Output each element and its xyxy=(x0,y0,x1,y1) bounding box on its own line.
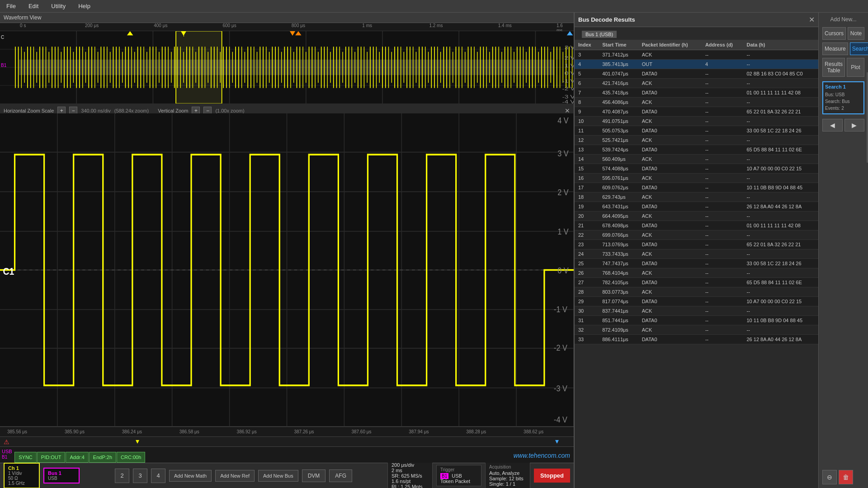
cell-addr: -- xyxy=(702,174,743,183)
table-row[interactable]: 15 574.4088μs DATA0 -- 10 A7 00 00 00 C0… xyxy=(575,164,818,174)
table-row[interactable]: 9 470.4087μs DATA0 -- 65 22 01 8A 32 26 … xyxy=(575,107,818,117)
cell-pid: ACK xyxy=(638,136,702,145)
afg-button[interactable]: AFG xyxy=(329,469,352,482)
table-row[interactable]: 8 456.4086μs ACK -- -- xyxy=(575,98,818,107)
ch1-bandwidth: 1.5 GHz xyxy=(8,481,35,486)
note-button[interactable]: Note xyxy=(848,27,864,40)
overview-canvas[interactable]: C B1 xyxy=(0,31,574,103)
table-row[interactable]: 17 609.0762μs DATA0 -- 10 11 0B B8 9D 04… xyxy=(575,183,818,192)
decode-title: Bus Decode Results xyxy=(578,16,635,23)
cell-index: 21 xyxy=(575,221,599,230)
table-row[interactable]: 21 678.4098μs DATA0 -- 01 00 11 11 11 11… xyxy=(575,221,818,230)
table-row[interactable]: 33 886.4111μs DATA0 -- 26 12 8A A0 44 26… xyxy=(575,335,818,344)
num-btn-4[interactable]: 4 xyxy=(151,469,165,483)
main-tick-4: 386.92 μs xyxy=(237,429,257,434)
cell-start: 401.0747μs xyxy=(599,69,638,79)
table-row[interactable]: 12 525.7421μs ACK -- -- xyxy=(575,136,818,145)
plot-button[interactable]: Plot xyxy=(847,58,864,77)
cell-start: 713.0769μs xyxy=(599,240,638,249)
add-ref-button[interactable]: Add New Ref xyxy=(215,470,255,482)
svg-text:3 V: 3 V xyxy=(557,149,569,158)
menu-help[interactable]: Help xyxy=(75,1,93,11)
cell-data: -- xyxy=(743,306,819,316)
nav-prev-button[interactable]: ◀ xyxy=(822,119,843,131)
table-row[interactable]: 32 872.4109μs ACK -- -- xyxy=(575,325,818,335)
table-row[interactable]: 13 539.7424μs DATA0 -- 65 D5 88 84 11 11… xyxy=(575,145,818,155)
cell-data: -- xyxy=(743,50,819,60)
measure-button[interactable]: Measure xyxy=(822,42,848,55)
stopped-button[interactable]: Stopped xyxy=(534,469,570,483)
cell-data: 10 11 0B B8 9D 04 88 45 xyxy=(743,316,819,325)
cell-index: 18 xyxy=(575,192,599,202)
table-row[interactable]: 29 817.0774μs DATA0 -- 10 A7 00 00 00 C0… xyxy=(575,297,818,306)
table-row[interactable]: 3 371.7412μs ACK -- -- xyxy=(575,50,818,60)
menu-utility[interactable]: Utility xyxy=(48,1,68,11)
trash-button[interactable]: 🗑 xyxy=(839,470,853,484)
decode-close-button[interactable]: ✕ xyxy=(809,15,815,24)
col-data: Data (h) xyxy=(743,40,819,50)
table-row[interactable]: 11 505.0753μs DATA0 -- 33 00 58 1C 22 18… xyxy=(575,126,818,136)
table-row[interactable]: 5 401.0747μs DATA0 -- 02 8B 16 83 C0 04 … xyxy=(575,69,818,79)
zoom-icon-button[interactable]: ⊖ xyxy=(822,470,837,484)
overview-tick-1: 200 μs xyxy=(85,23,99,28)
add-bus-label: Add New Bus xyxy=(263,473,293,479)
table-row[interactable]: 28 803.0773μs ACK -- -- xyxy=(575,287,818,297)
table-row[interactable]: 6 421.7416μs ACK -- -- xyxy=(575,79,818,88)
svg-text:2 V: 2 V xyxy=(565,55,574,61)
cell-addr: -- xyxy=(702,155,743,164)
dvm-button[interactable]: DVM xyxy=(302,469,326,482)
bus-seg-pid: PID:OUT xyxy=(37,452,66,463)
table-row[interactable]: 20 664.4095μs ACK -- -- xyxy=(575,211,818,221)
cell-start: 851.7441μs xyxy=(599,316,638,325)
search-type: Search: Bus xyxy=(825,98,862,105)
waveform-main[interactable]: 4 V 3 V 2 V 1 V 0 V -1 V -2 V -3 V -4 V … xyxy=(0,113,574,427)
num-btn-3[interactable]: 3 xyxy=(133,469,147,483)
table-row[interactable]: 25 747.7437μs DATA0 -- 33 00 58 1C 22 18… xyxy=(575,259,818,268)
col-addr: Address (d) xyxy=(702,40,743,50)
nav-next-button[interactable]: ▶ xyxy=(844,119,865,131)
decode-table[interactable]: Index Start Time Packet Identifier (h) A… xyxy=(575,40,818,488)
table-row[interactable]: 14 560.409μs ACK -- -- xyxy=(575,155,818,164)
cell-start: 886.4111μs xyxy=(599,335,638,344)
table-row[interactable]: 22 699.0766μs ACK -- -- xyxy=(575,230,818,240)
bus1-info[interactable]: Bus 1 USB xyxy=(43,468,80,483)
table-row[interactable]: 18 629.743μs ACK -- -- xyxy=(575,192,818,202)
table-row[interactable]: 31 851.7441μs DATA0 -- 10 11 0B B8 9D 04… xyxy=(575,316,818,325)
add-bus-button[interactable]: Add New Bus xyxy=(258,470,298,482)
cell-addr: -- xyxy=(702,297,743,306)
ctrl-row-3: Results Table Plot xyxy=(822,58,864,77)
horizontal-val5: RL: 1.25 Mpts xyxy=(392,484,429,488)
table-row[interactable]: 16 595.0761μs ACK -- -- xyxy=(575,174,818,183)
table-row[interactable]: 24 733.7433μs ACK -- -- xyxy=(575,249,818,259)
table-row[interactable]: 27 782.4105μs DATA0 -- 65 D5 88 84 11 11… xyxy=(575,278,818,287)
table-row[interactable]: 23 713.0769μs DATA0 -- 65 22 01 8A 32 26… xyxy=(575,240,818,249)
table-row[interactable]: 10 491.0751μs ACK -- -- xyxy=(575,117,818,126)
cell-start: 699.0766μs xyxy=(599,230,638,240)
menu-edit[interactable]: Edit xyxy=(26,1,41,11)
table-row[interactable]: 30 837.7441μs ACK -- -- xyxy=(575,306,818,316)
cell-start: 733.7433μs xyxy=(599,249,638,259)
cursors-button[interactable]: Cursors xyxy=(822,27,846,40)
cell-data: 26 12 8A A0 44 26 12 8A xyxy=(743,335,819,344)
cell-data: -- xyxy=(743,287,819,297)
bottom-time-bar: 385.56 μs 385.90 μs 386.24 μs 386.58 μs … xyxy=(0,427,574,436)
acquisition-val3: Single: 1 / 1 xyxy=(489,481,526,487)
menu-file[interactable]: File xyxy=(4,1,19,11)
cell-pid: ACK xyxy=(638,268,702,278)
cell-addr: -- xyxy=(702,249,743,259)
results-table-button[interactable]: Results Table xyxy=(822,58,845,77)
b1-label: B1 xyxy=(2,455,7,460)
table-row[interactable]: 4 385.7413μs OUT 4 -- xyxy=(575,60,818,69)
ch1-info[interactable]: Ch 1 1 V/div 50 Ω 1.5 GHz xyxy=(4,463,40,488)
svg-text:0 V: 0 V xyxy=(557,266,569,275)
num-btn-2[interactable]: 2 xyxy=(115,469,129,483)
table-row[interactable]: 7 435.7418μs DATA0 -- 01 00 11 11 11 11 … xyxy=(575,88,818,98)
search-button[interactable]: Search xyxy=(850,42,868,55)
cell-pid: ACK xyxy=(638,249,702,259)
table-row[interactable]: 26 768.4104μs ACK -- -- xyxy=(575,268,818,278)
cell-addr: -- xyxy=(702,316,743,325)
add-math-button[interactable]: Add New Math xyxy=(169,470,212,482)
horizontal-val1: 200 μs/div xyxy=(392,462,429,468)
cell-pid: DATA0 xyxy=(638,88,702,98)
table-row[interactable]: 19 643.7431μs DATA0 -- 26 12 8A A0 44 26… xyxy=(575,202,818,211)
